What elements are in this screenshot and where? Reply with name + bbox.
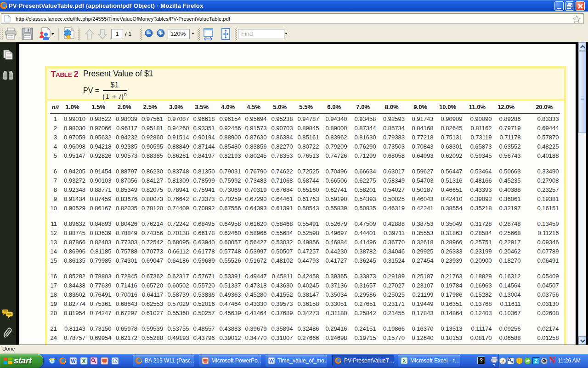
svg-text:X: X xyxy=(82,358,86,364)
svg-text:Z: Z xyxy=(534,358,537,364)
svg-text:W: W xyxy=(71,358,76,364)
svg-text:X: X xyxy=(403,358,406,363)
svg-text:W: W xyxy=(269,358,274,363)
svg-text:A: A xyxy=(526,358,529,363)
